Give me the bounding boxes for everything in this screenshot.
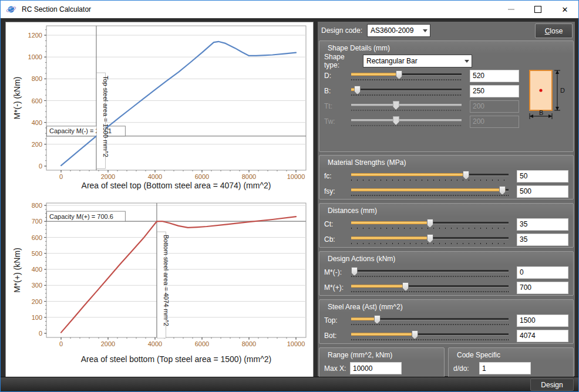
b-input[interactable]	[470, 85, 519, 97]
chart-positive-moment[interactable]: 0200040006000800010000010020030040050060…	[6, 200, 312, 376]
d-input[interactable]	[470, 70, 519, 82]
shape-type-dropdown[interactable]: Rectangular Bar	[363, 55, 472, 67]
group-title: Range (mm^2, kNm)	[319, 348, 444, 361]
max-x-label: Max X:	[324, 364, 350, 373]
group-title: Distances (mm)	[319, 204, 573, 217]
design-button[interactable]: Design	[530, 379, 574, 391]
slider-ticks	[351, 324, 509, 325]
svg-text:10000: 10000	[287, 340, 305, 347]
app-window: RC Section Calculator ✕ 0200040006000800…	[0, 0, 579, 392]
slider-ticks	[351, 228, 509, 229]
svg-text:Area of steel bottom (Top stee: Area of steel bottom (Top steel area = 1…	[81, 354, 271, 364]
svg-text:200: 200	[32, 141, 42, 148]
max-x-input[interactable]	[350, 362, 402, 374]
slider-thumb[interactable]	[351, 267, 358, 276]
top-steel-input[interactable]	[517, 315, 568, 327]
m-neg-input[interactable]	[517, 266, 568, 279]
slider-thumb[interactable]	[374, 315, 381, 324]
slider-ticks	[351, 291, 509, 292]
svg-text:6000: 6000	[195, 173, 209, 180]
tw-slider	[351, 115, 462, 128]
svg-text:300: 300	[32, 282, 42, 289]
group-title: Shape Details (mm)	[319, 41, 573, 54]
ct-slider[interactable]	[351, 218, 509, 231]
slider-row-d: D:	[319, 68, 524, 83]
slider-thumb[interactable]	[499, 186, 506, 195]
group-design-actions: Design Actions (kNm) M*(-): M*(+):	[319, 251, 574, 296]
svg-text:10000: 10000	[287, 173, 305, 180]
tt-input	[470, 100, 519, 113]
fc-input[interactable]	[517, 170, 568, 183]
slider-track	[351, 270, 509, 272]
design-code-dropdown[interactable]: AS3600-2009	[367, 24, 430, 37]
fsy-input[interactable]	[517, 185, 568, 198]
slider-row-m-pos: M*(+):	[319, 280, 573, 295]
slider-ticks	[351, 195, 509, 196]
cb-slider[interactable]	[351, 233, 509, 246]
svg-text:2000: 2000	[101, 340, 115, 347]
slider-ticks	[351, 125, 462, 126]
slider-thumb[interactable]	[354, 86, 361, 94]
tt-slider	[351, 100, 462, 113]
maximize-button[interactable]	[524, 1, 551, 18]
svg-text:4000: 4000	[148, 340, 162, 347]
group-shape-details: Shape Details (mm) Shape type: Rectangul…	[319, 40, 574, 152]
ddo-input[interactable]	[479, 362, 531, 374]
b-slider[interactable]	[351, 85, 462, 97]
title-bar: RC Section Calculator ✕	[1, 1, 578, 18]
svg-text:4000: 4000	[148, 173, 162, 180]
slider-thumb[interactable]	[427, 219, 433, 228]
slider-row-fc: fc:	[319, 168, 573, 184]
close-icon: ✕	[562, 6, 568, 13]
svg-text:400: 400	[32, 119, 42, 126]
m-neg-slider[interactable]	[351, 266, 509, 279]
slider-ticks	[351, 94, 462, 96]
fsy-label: fsy:	[324, 187, 351, 195]
fsy-slider[interactable]	[351, 185, 509, 198]
m-pos-input[interactable]	[517, 282, 568, 294]
slider-row-cb: Cb:	[319, 232, 573, 247]
dim-d-label: D	[560, 87, 565, 94]
status-bar: Design	[1, 377, 578, 391]
slider-track	[351, 189, 509, 191]
bot-steel-input[interactable]	[517, 330, 568, 342]
slider-row-ct: Ct:	[319, 217, 573, 232]
slider-row-top-steel: Top:	[319, 313, 573, 328]
slider-thumb[interactable]	[412, 330, 418, 339]
close-button[interactable]: Close	[535, 23, 573, 38]
m-pos-slider[interactable]	[351, 281, 509, 294]
design-code-value: AS3600-2009	[368, 26, 420, 35]
slider-row-fsy: fsy:	[319, 184, 573, 199]
ddo-label: d/do:	[453, 364, 479, 373]
chart-negative-moment[interactable]: 0200040006000800010000020040060080010001…	[6, 22, 312, 200]
chevron-down-icon	[420, 29, 430, 32]
slider-track	[351, 73, 462, 76]
tw-input	[470, 116, 519, 128]
close-button-label: lose	[550, 27, 563, 35]
svg-text:Bottom steel area = 4074 mm^2: Bottom steel area = 4074 mm^2	[163, 235, 170, 326]
slider-ticks	[351, 339, 509, 340]
charts-panel: 0200040006000800010000020040060080010001…	[5, 22, 314, 377]
slider-thumb[interactable]	[427, 234, 433, 243]
group-title: Design Actions (kNm)	[319, 252, 573, 265]
fc-label: fc:	[324, 172, 351, 180]
slider-thumb[interactable]	[396, 70, 402, 79]
close-window-button[interactable]: ✕	[551, 1, 578, 18]
design-code-label: Design code:	[321, 26, 362, 35]
svg-text:800: 800	[32, 202, 42, 209]
bot-steel-slider[interactable]	[351, 329, 509, 342]
svg-text:1200: 1200	[28, 32, 42, 39]
bot-steel-label: Bot:	[324, 332, 351, 340]
svg-text:2000: 2000	[101, 173, 115, 180]
minimize-button[interactable]	[497, 1, 524, 18]
slider-thumb[interactable]	[463, 171, 469, 180]
slider-thumb	[393, 116, 399, 125]
ct-input[interactable]	[517, 218, 568, 231]
slider-thumb[interactable]	[402, 282, 409, 291]
fc-slider[interactable]	[351, 170, 509, 183]
cb-input[interactable]	[517, 234, 568, 246]
group-steel-area: Steel Area (Ast) (mm^2) Top: Bot:	[319, 299, 574, 344]
top-steel-slider[interactable]	[351, 314, 509, 327]
svg-text:200: 200	[32, 298, 42, 305]
d-slider[interactable]	[351, 69, 462, 82]
